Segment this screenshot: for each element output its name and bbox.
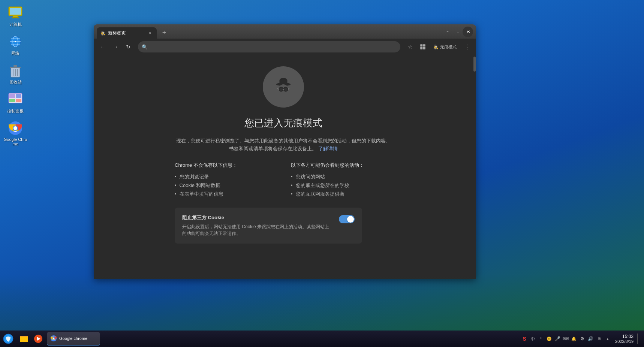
tab-close-btn[interactable]: ✕ xyxy=(147,30,153,36)
clock-date: 2022/8/19 xyxy=(615,339,634,344)
browser-content: 您已进入无痕模式 现在，您便可进行私密浏览了。与您共用此设备的其他用户将不会看到… xyxy=(94,55,473,279)
cookie-section: 阻止第三方 Cookie 开启此设置后，网站无法使用 Cookie 来跟踪您在网… xyxy=(175,208,362,244)
svg-point-36 xyxy=(284,88,288,91)
desktop-icon-network[interactable]: 网络 xyxy=(2,33,29,58)
can-see-item-2: 您的雇主或您所在的学校 xyxy=(291,181,392,190)
chrome-not-save-list: 您的浏览记录 Cookie 和网站数据 在表单中填写的信息 xyxy=(175,172,276,199)
control-panel-icon xyxy=(8,92,23,107)
incognito-label: 无痕模式 xyxy=(440,44,457,50)
svg-rect-27 xyxy=(420,47,422,49)
search-icon: 🔍 xyxy=(142,44,148,50)
system-clock[interactable]: 15:03 2022/8/19 xyxy=(613,334,636,344)
svg-rect-19 xyxy=(9,99,15,102)
taskbar-explorer-icon[interactable] xyxy=(17,332,31,346)
svg-point-31 xyxy=(280,78,287,80)
tab-favicon-incognito: 🕵️ xyxy=(100,31,106,36)
title-bar: 🕵️ 新标签页 ✕ + ▾ － □ ✕ xyxy=(94,24,476,39)
cookie-toggle[interactable] xyxy=(339,215,355,223)
incognito-badge[interactable]: 🕵️ 无痕模式 xyxy=(430,43,460,51)
tray-lang-btn[interactable]: 中 xyxy=(529,335,536,343)
close-button[interactable]: ✕ xyxy=(464,28,473,35)
tray-mic-btn[interactable]: 🎤 xyxy=(554,335,561,343)
maximize-button[interactable]: □ xyxy=(454,28,463,35)
svg-rect-17 xyxy=(9,94,15,98)
taskbar-right: S 中 ° 😊 🎤 ⌨ 🔔 ⚙ 🔊 🖥 ▲ 15:03 2022/8/19 xyxy=(521,334,643,344)
window-controls: － □ ✕ xyxy=(443,28,473,35)
others-can-see-title: 以下各方可能仍会看到您的活动： xyxy=(291,162,392,169)
svg-line-40 xyxy=(288,88,289,89)
taskbar-pinned xyxy=(17,332,45,346)
tray-display-btn[interactable]: 🖥 xyxy=(595,335,602,343)
tray-show-hidden-btn[interactable]: ▲ xyxy=(604,335,611,343)
browser-tab-active[interactable]: 🕵️ 新标签页 ✕ xyxy=(97,27,157,39)
scrollbar-thumb[interactable] xyxy=(473,57,476,72)
cookie-title: 阻止第三方 Cookie xyxy=(182,214,333,221)
back-button[interactable]: ← xyxy=(97,42,108,52)
cookie-text: 阻止第三方 Cookie 开启此设置后，网站无法使用 Cookie 来跟踪您在网… xyxy=(182,214,333,237)
incognito-main-content: 现在，您便可进行私密浏览了。与您共用此设备的其他用户将不会看到您的活动，但您的下… xyxy=(175,137,392,244)
toggle-knob xyxy=(347,216,354,223)
desktop-icon-chrome[interactable]: Google Chrome xyxy=(2,119,29,148)
can-see-item-1: 您访问的网站 xyxy=(291,172,392,181)
incognito-page-title: 您已进入无痕模式 xyxy=(244,117,322,130)
svg-rect-2 xyxy=(13,16,18,17)
svg-rect-11 xyxy=(10,67,21,68)
address-input[interactable] xyxy=(150,44,397,50)
reload-button[interactable]: ↻ xyxy=(123,42,133,52)
others-can-see-list: 您访问的网站 您的雇主或您所在的学校 您的互联网服务提供商 xyxy=(291,172,392,199)
menu-button[interactable]: ⋮ xyxy=(462,42,472,52)
start-button[interactable] xyxy=(1,332,15,346)
svg-rect-12 xyxy=(13,65,17,67)
desktop-icon-computer[interactable]: 计算机 xyxy=(2,4,29,29)
svg-rect-26 xyxy=(423,44,425,46)
scrollbar-track[interactable] xyxy=(473,55,476,279)
tray-volume-btn[interactable]: 🔊 xyxy=(587,335,594,343)
browser-content-wrapper: 您已进入无痕模式 现在，您便可进行私密浏览了。与您共用此设备的其他用户将不会看到… xyxy=(94,55,476,279)
taskbar-chrome-label: Google chrome xyxy=(59,336,87,341)
svg-point-35 xyxy=(280,88,283,91)
system-tray: S 中 ° 😊 🎤 ⌨ 🔔 ⚙ 🔊 🖥 xyxy=(521,335,602,343)
desktop-icons: 计算机 网络 xyxy=(0,0,31,151)
incognito-main-icon xyxy=(263,66,304,108)
can-see-item-3: 您的互联网服务提供商 xyxy=(291,190,392,198)
learn-more-link[interactable]: 了解详情 xyxy=(318,146,338,151)
control-panel-label: 控制面板 xyxy=(7,108,24,114)
taskbar: Google chrome S 中 ° 😊 🎤 ⌨ 🔔 ⚙ 🔊 🖥 ▲ xyxy=(0,331,644,347)
tray-expand-btn[interactable]: S xyxy=(521,335,528,343)
chrome-not-save-title: Chrome 不会保存以下信息： xyxy=(175,162,276,169)
tab-title: 新标签页 xyxy=(108,30,145,36)
network-label: 网络 xyxy=(11,51,19,56)
taskbar-chrome-window[interactable]: Google chrome xyxy=(47,332,100,346)
svg-rect-44 xyxy=(20,337,28,342)
clock-time: 15:03 xyxy=(622,334,634,339)
svg-rect-28 xyxy=(423,47,425,49)
new-tab-button[interactable]: + xyxy=(159,27,169,38)
tray-period-btn[interactable]: ° xyxy=(537,335,545,343)
svg-rect-20 xyxy=(16,99,21,102)
chrome-not-save-column: Chrome 不会保存以下信息： 您的浏览记录 Cookie 和网站数据 在表单… xyxy=(175,162,276,199)
not-save-item-2: Cookie 和网站数据 xyxy=(175,181,276,190)
recycle-label: 回收站 xyxy=(9,79,22,85)
computer-icon xyxy=(8,5,23,20)
incognito-icon-toolbar: 🕵️ xyxy=(433,45,439,49)
tray-settings-btn[interactable]: ⚙ xyxy=(578,335,586,343)
tray-emoji-btn[interactable]: 😊 xyxy=(545,335,553,343)
spy-svg xyxy=(270,74,297,100)
not-save-item-3: 在表单中填写的信息 xyxy=(175,190,276,198)
minimize-button[interactable]: － xyxy=(443,28,452,35)
tray-notification-btn[interactable]: 🔔 xyxy=(570,335,578,343)
tray-keyboard-btn[interactable]: ⌨ xyxy=(562,335,569,343)
cookie-desc: 开启此设置后，网站无法使用 Cookie 来跟踪您在网上的活动。某些网站上的功能… xyxy=(182,223,333,237)
address-bar[interactable]: 🔍 xyxy=(138,41,400,52)
show-desktop-btn[interactable] xyxy=(637,334,640,344)
bookmark-button[interactable]: ☆ xyxy=(405,42,415,52)
taskbar-media-icon[interactable] xyxy=(31,332,45,346)
desktop-icon-recycle[interactable]: 回收站 xyxy=(2,61,29,87)
recycle-icon xyxy=(8,63,23,78)
chrome-desktop-label: Google Chrome xyxy=(3,137,27,146)
forward-button[interactable]: → xyxy=(110,42,121,52)
desktop-icon-control-panel[interactable]: 控制面板 xyxy=(2,90,29,115)
svg-point-9 xyxy=(15,41,16,42)
extensions-button[interactable] xyxy=(418,42,428,52)
network-icon xyxy=(8,34,23,49)
